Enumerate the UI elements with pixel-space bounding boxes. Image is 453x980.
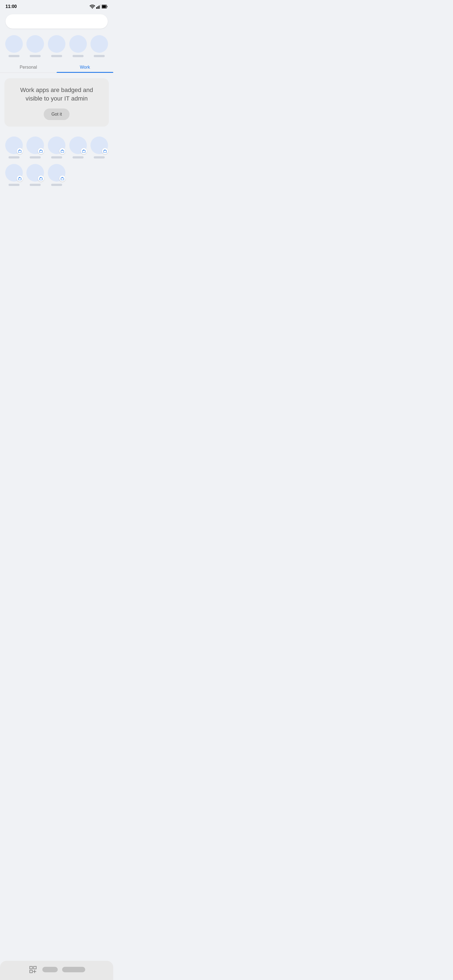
app-icon-circle bbox=[48, 35, 65, 53]
work-app-circle-wrapper bbox=[48, 137, 65, 154]
svg-rect-0 bbox=[96, 7, 97, 9]
work-badge bbox=[17, 148, 23, 154]
app-icon-circle bbox=[91, 35, 108, 53]
work-app-circle-wrapper bbox=[69, 137, 87, 154]
app-label-placeholder bbox=[51, 184, 62, 186]
list-item[interactable] bbox=[26, 164, 44, 186]
app-icon-circle bbox=[26, 35, 44, 53]
list-item[interactable] bbox=[5, 137, 23, 159]
app-label-placeholder bbox=[73, 55, 84, 57]
wifi-icon bbox=[89, 5, 95, 9]
list-item[interactable] bbox=[26, 35, 44, 57]
app-label-placeholder bbox=[51, 55, 62, 57]
status-time: 11:00 bbox=[5, 4, 17, 9]
list-item[interactable] bbox=[5, 35, 23, 57]
list-item[interactable] bbox=[91, 35, 108, 57]
work-badge bbox=[81, 148, 87, 154]
work-app-circle-wrapper bbox=[5, 164, 23, 181]
list-item[interactable] bbox=[26, 137, 44, 159]
work-app-circle-wrapper bbox=[26, 137, 44, 154]
list-item[interactable] bbox=[91, 137, 108, 159]
personal-app-icons-row bbox=[0, 33, 113, 58]
got-it-button[interactable]: Got it bbox=[44, 108, 70, 120]
tab-personal[interactable]: Personal bbox=[0, 62, 57, 73]
app-label-placeholder bbox=[73, 156, 84, 159]
work-apps-section bbox=[0, 132, 113, 191]
app-label-placeholder bbox=[94, 55, 105, 57]
list-item[interactable] bbox=[48, 35, 65, 57]
status-bar: 11:00 bbox=[0, 0, 113, 12]
search-bar-container bbox=[0, 12, 113, 33]
svg-rect-2 bbox=[99, 5, 99, 9]
app-icon-circle bbox=[5, 35, 23, 53]
work-app-circle-wrapper bbox=[26, 164, 44, 181]
app-label-placeholder bbox=[30, 55, 41, 57]
work-badge bbox=[17, 175, 23, 181]
work-badge bbox=[38, 148, 44, 154]
tab-work[interactable]: Work bbox=[57, 62, 113, 73]
work-app-circle-wrapper bbox=[91, 137, 108, 154]
list-item[interactable] bbox=[48, 164, 65, 186]
work-app-circle-wrapper bbox=[5, 137, 23, 154]
search-bar[interactable] bbox=[5, 14, 108, 29]
svg-rect-3 bbox=[100, 5, 101, 9]
list-item[interactable] bbox=[69, 137, 87, 159]
work-apps-row-1 bbox=[3, 134, 110, 159]
app-label-placeholder bbox=[8, 55, 19, 57]
bottom-spacer bbox=[0, 191, 113, 219]
battery-icon bbox=[102, 5, 108, 8]
work-badge bbox=[59, 148, 65, 154]
svg-rect-1 bbox=[97, 6, 99, 9]
work-app-circle-wrapper bbox=[48, 164, 65, 181]
app-label-placeholder bbox=[8, 184, 19, 186]
app-label-placeholder bbox=[8, 156, 19, 159]
work-badge bbox=[102, 148, 108, 154]
signal-icon bbox=[96, 5, 100, 9]
tabs-container: Personal Work bbox=[0, 62, 113, 73]
app-label-placeholder bbox=[30, 156, 41, 159]
app-label-placeholder bbox=[30, 184, 41, 186]
work-apps-row-2 bbox=[3, 162, 110, 187]
info-card-text: Work apps are badged and visible to your… bbox=[11, 86, 102, 103]
status-icons bbox=[89, 5, 108, 9]
list-item[interactable] bbox=[69, 35, 87, 57]
app-icon-circle bbox=[69, 35, 87, 53]
list-item[interactable] bbox=[5, 164, 23, 186]
work-badge bbox=[38, 175, 44, 181]
info-card: Work apps are badged and visible to your… bbox=[5, 78, 109, 127]
app-label-placeholder bbox=[94, 156, 105, 159]
list-item[interactable] bbox=[48, 137, 65, 159]
svg-rect-5 bbox=[102, 5, 106, 8]
work-badge bbox=[59, 175, 65, 181]
app-label-placeholder bbox=[51, 156, 62, 159]
